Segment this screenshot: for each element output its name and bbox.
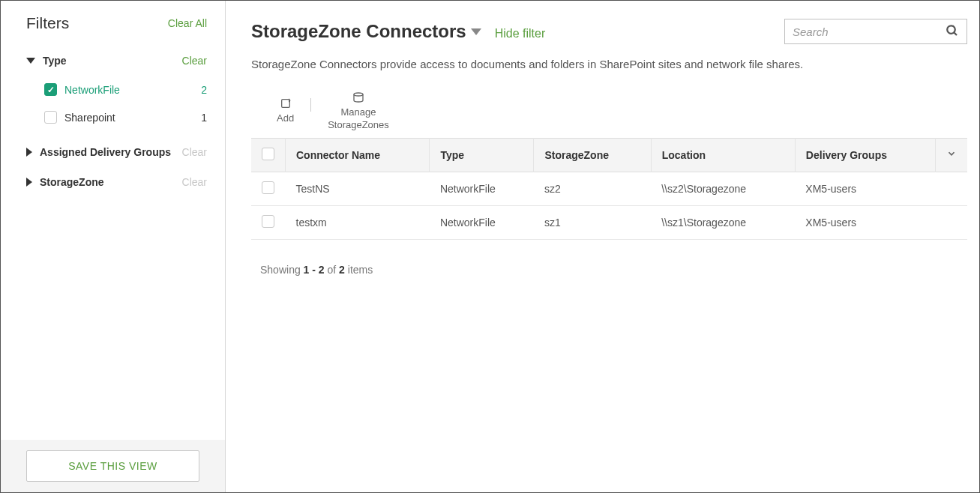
search-input[interactable] xyxy=(793,25,946,38)
filter-group-storagezone: StorageZone Clear xyxy=(1,167,225,197)
row-checkbox-cell[interactable] xyxy=(251,205,286,239)
chevron-down-icon xyxy=(26,58,35,64)
cell-name: TestNS xyxy=(286,172,430,205)
page-title[interactable]: StorageZone Connectors xyxy=(251,21,481,42)
filter-clear-link: Clear xyxy=(182,146,207,158)
table-row[interactable]: TestNS NetworkFile sz2 \\sz2\Storagezone… xyxy=(251,172,967,205)
cell-location: \\sz2\Storagezone xyxy=(651,172,795,205)
svg-rect-2 xyxy=(281,100,289,108)
select-all-header[interactable] xyxy=(251,138,286,172)
toolbar: Add Manage StorageZones xyxy=(251,91,967,132)
filter-name-label: Type xyxy=(43,55,67,67)
filter-item-count: 1 xyxy=(201,112,207,124)
manage-label: Manage StorageZones xyxy=(328,106,389,132)
pagination-text: Showing 1 - 2 of 2 items xyxy=(251,240,967,276)
filter-item-label: Sharepoint xyxy=(64,112,115,124)
cell-zone: sz1 xyxy=(534,205,651,239)
filter-header-type[interactable]: Type Clear xyxy=(1,46,225,76)
filters-title: Filters xyxy=(26,14,69,32)
filter-header-delivery[interactable]: Assigned Delivery Groups Clear xyxy=(1,137,225,167)
checkbox-icon[interactable] xyxy=(262,181,274,194)
filter-item-networkfile[interactable]: NetworkFile 2 xyxy=(44,76,207,103)
filter-clear-link[interactable]: Clear xyxy=(182,55,207,67)
col-connector-name[interactable]: Connector Name xyxy=(286,138,430,172)
table-row[interactable]: testxm NetworkFile sz1 \\sz1\Storagezone… xyxy=(251,205,967,239)
filter-name-label: StorageZone xyxy=(40,176,104,188)
manage-storagezones-button[interactable]: Manage StorageZones xyxy=(328,91,389,132)
save-view-button[interactable]: SAVE THIS VIEW xyxy=(26,450,199,482)
connectors-table: Connector Name Type StorageZone Location… xyxy=(251,138,967,240)
main-content: StorageZone Connectors Hide filter Stora… xyxy=(226,1,979,492)
cell-groups: XM5-users xyxy=(795,205,935,239)
filter-items-type: NetworkFile 2 Sharepoint 1 xyxy=(1,76,225,137)
checkbox-icon[interactable] xyxy=(262,215,274,228)
col-type[interactable]: Type xyxy=(430,138,534,172)
add-icon xyxy=(280,97,292,109)
dropdown-caret-icon xyxy=(471,28,481,35)
cell-groups: XM5-users xyxy=(795,172,935,205)
col-delivery-groups[interactable]: Delivery Groups xyxy=(795,138,935,172)
filter-name-label: Assigned Delivery Groups xyxy=(40,146,171,158)
filter-header-storagezone[interactable]: StorageZone Clear xyxy=(1,167,225,197)
col-location[interactable]: Location xyxy=(651,138,795,172)
filters-sidebar: Filters Clear All Type Clear NetworkFile… xyxy=(1,1,226,492)
svg-point-0 xyxy=(947,25,955,34)
checkbox-icon[interactable] xyxy=(44,111,57,124)
cell-type: NetworkFile xyxy=(430,205,534,239)
toolbar-divider xyxy=(310,98,311,112)
svg-line-1 xyxy=(954,32,957,35)
columns-menu-button[interactable] xyxy=(936,138,968,172)
cell-type: NetworkFile xyxy=(430,172,534,205)
checkbox-icon[interactable] xyxy=(262,148,274,160)
storage-icon xyxy=(352,91,364,103)
add-button[interactable]: Add xyxy=(277,97,294,125)
col-storagezone[interactable]: StorageZone xyxy=(534,138,651,172)
main-header: StorageZone Connectors Hide filter xyxy=(251,19,967,44)
filter-item-sharepoint[interactable]: Sharepoint 1 xyxy=(44,103,207,131)
cell-name: testxm xyxy=(286,205,430,239)
table-header-row: Connector Name Type StorageZone Location… xyxy=(251,138,967,172)
chevron-down-icon xyxy=(946,148,957,161)
page-title-text: StorageZone Connectors xyxy=(251,21,466,42)
filter-clear-link: Clear xyxy=(182,176,207,188)
filter-item-label: NetworkFile xyxy=(64,84,120,96)
chevron-right-icon xyxy=(26,148,32,157)
search-icon[interactable] xyxy=(946,24,959,40)
clear-all-link[interactable]: Clear All xyxy=(168,17,207,29)
filter-item-count: 2 xyxy=(201,84,207,96)
search-box[interactable] xyxy=(784,19,967,44)
filter-group-delivery: Assigned Delivery Groups Clear xyxy=(1,137,225,167)
filter-group-type: Type Clear NetworkFile 2 Sharepoint 1 xyxy=(1,46,225,137)
add-label: Add xyxy=(277,112,294,125)
checkbox-icon[interactable] xyxy=(44,83,57,96)
hide-filter-link[interactable]: Hide filter xyxy=(495,27,546,40)
cell-location: \\sz1\Storagezone xyxy=(651,205,795,239)
sidebar-footer: SAVE THIS VIEW xyxy=(1,440,225,492)
filters-header: Filters Clear All xyxy=(1,1,225,46)
svg-point-3 xyxy=(354,93,363,96)
cell-zone: sz2 xyxy=(534,172,651,205)
chevron-right-icon xyxy=(26,178,32,187)
page-description: StorageZone Connectors provide access to… xyxy=(251,58,967,70)
row-checkbox-cell[interactable] xyxy=(251,172,286,205)
